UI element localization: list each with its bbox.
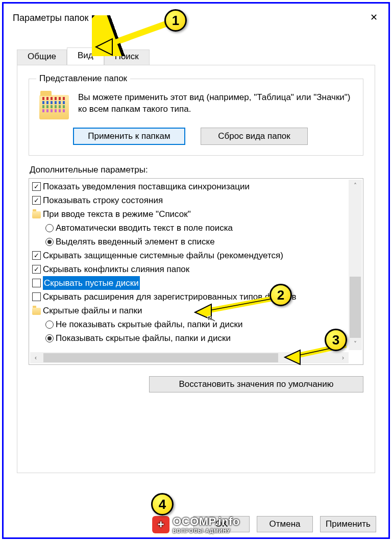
advanced-settings-list[interactable]: Показать уведомления поставщика синхрони… bbox=[29, 178, 363, 365]
watermark-subtext: ВОПРОСЫ АДМИНУ bbox=[173, 528, 240, 534]
list-item-group: При вводе текста в режиме "Список" bbox=[31, 207, 347, 221]
cancel-button[interactable]: Отмена bbox=[257, 516, 313, 532]
watermark-icon: + bbox=[152, 516, 169, 533]
advanced-settings-label: Дополнительные параметры: bbox=[30, 165, 363, 175]
checkbox-icon[interactable] bbox=[32, 196, 41, 205]
folder-views-description: Вы можете применить этот вид (например, … bbox=[78, 92, 356, 115]
checkbox-icon[interactable] bbox=[32, 292, 41, 301]
tab-general[interactable]: Общие bbox=[17, 50, 67, 65]
scrollbar-thumb[interactable] bbox=[350, 277, 361, 338]
svg-line-4 bbox=[103, 23, 168, 46]
list-item[interactable]: Скрывать конфликты слияния папок bbox=[31, 262, 347, 276]
annotation-badge-2: 2 bbox=[270, 284, 292, 306]
window-title: Параметры папок bbox=[13, 13, 88, 23]
list-item[interactable]: Автоматически вводить текст в поле поиск… bbox=[31, 221, 347, 235]
checkbox-icon[interactable] bbox=[32, 279, 41, 287]
list-item-label: Показывать строку состояния bbox=[43, 193, 163, 207]
folder-icon bbox=[32, 308, 41, 315]
folder-icon bbox=[39, 95, 69, 119]
apply-to-folders-button[interactable]: Применить к папкам bbox=[73, 128, 185, 145]
reset-folders-button[interactable]: Сброс вида папок bbox=[201, 128, 308, 145]
list-item[interactable]: Показать уведомления поставщика синхрони… bbox=[31, 180, 347, 193]
list-item-label: Скрытые файлы и папки bbox=[43, 304, 142, 317]
watermark: + OCOMP.info ВОПРОСЫ АДМИНУ bbox=[152, 515, 240, 534]
scrollbar-thumb[interactable] bbox=[43, 353, 278, 362]
watermark-text: OCOMP.info bbox=[173, 515, 240, 528]
annotation-arrow bbox=[280, 340, 361, 365]
svg-marker-5 bbox=[96, 39, 112, 55]
radio-icon[interactable] bbox=[45, 334, 54, 342]
apply-button[interactable]: Применить bbox=[320, 516, 376, 532]
list-item[interactable]: Выделять введенный элемент в списке bbox=[31, 235, 347, 249]
radio-icon[interactable] bbox=[45, 238, 54, 246]
checkbox-icon[interactable] bbox=[32, 265, 41, 274]
scroll-left-icon[interactable]: ‹ bbox=[30, 352, 41, 363]
scrollbar-vertical[interactable]: ˄ ˅ bbox=[349, 180, 362, 350]
checkbox-icon[interactable] bbox=[32, 182, 41, 191]
list-item-label: Скрывать пустые диски bbox=[43, 276, 140, 290]
checkbox-icon[interactable] bbox=[32, 251, 41, 260]
list-item-label: При вводе текста в режиме "Список" bbox=[43, 207, 191, 221]
annotation-badge-3: 3 bbox=[325, 329, 347, 351]
radio-icon[interactable] bbox=[45, 321, 54, 329]
tab-page-view: Представление папок Вы можете применить … bbox=[17, 65, 375, 473]
restore-defaults-button[interactable]: Восстановить значения по умолчанию bbox=[149, 376, 363, 392]
list-item-selected[interactable]: Скрывать пустые диски bbox=[31, 276, 347, 290]
tabs: Общие Вид Поиск bbox=[17, 46, 388, 65]
svg-marker-11 bbox=[285, 350, 300, 364]
list-item-label: Показать уведомления поставщика синхрони… bbox=[43, 180, 250, 193]
list-item[interactable]: Показывать строку состояния bbox=[31, 193, 347, 207]
scroll-up-icon[interactable]: ˄ bbox=[349, 180, 362, 192]
list-item-label: Скрывать защищенные системные файлы (рек… bbox=[43, 249, 283, 262]
list-item-label: Автоматически вводить текст в поле поиск… bbox=[56, 221, 233, 235]
folder-icon bbox=[32, 211, 41, 218]
folder-views-legend: Представление папок bbox=[36, 73, 130, 84]
list-item-label: Показывать скрытые файлы, папки и диски bbox=[56, 331, 231, 345]
svg-line-7 bbox=[204, 298, 276, 311]
list-item-label: Выделять введенный элемент в списке bbox=[56, 235, 215, 249]
list-item-label: Скрывать конфликты слияния папок bbox=[43, 262, 189, 276]
annotation-badge-4: 4 bbox=[151, 493, 174, 515]
list-item[interactable]: Скрывать защищенные системные файлы (рек… bbox=[31, 249, 347, 262]
annotation-badge-1: 1 bbox=[164, 9, 187, 32]
folder-views-group: Представление папок Вы можете применить … bbox=[29, 73, 363, 156]
radio-icon[interactable] bbox=[45, 224, 54, 232]
close-icon[interactable]: ✕ bbox=[368, 12, 379, 23]
